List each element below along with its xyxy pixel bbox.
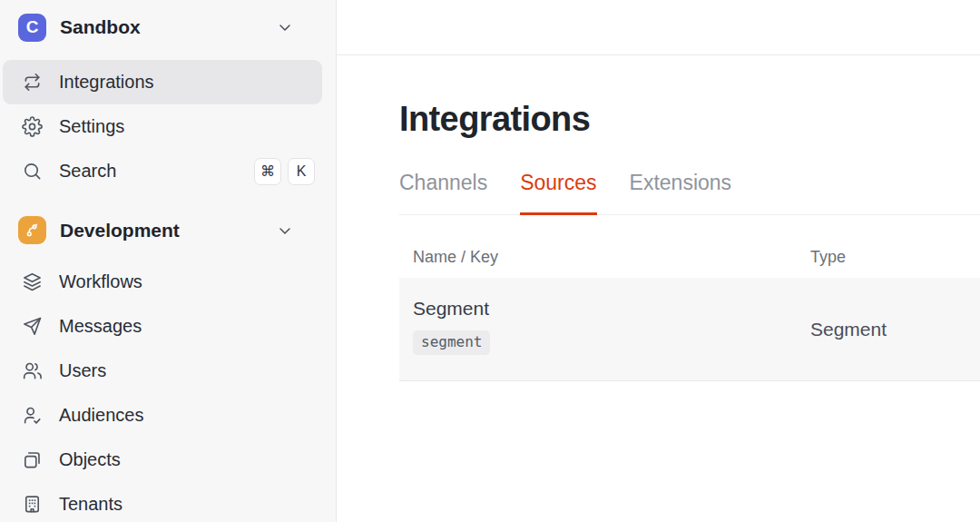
sidebar-item-search[interactable]: Search ⌘ K [3, 149, 322, 193]
branch-icon [18, 216, 46, 244]
workspace-logo: C [18, 14, 46, 42]
page-title: Integrations [399, 101, 980, 137]
integrations-page: Integrations Channels Sources Extensions… [337, 55, 980, 381]
workspace-switcher[interactable]: C Sandbox [0, 0, 336, 54]
top-bar [337, 0, 980, 55]
column-header-name-key: Name / Key [399, 248, 797, 267]
swap-arrows-icon [22, 72, 43, 93]
table-header: Name / Key Type [399, 248, 980, 267]
chevron-down-icon [276, 222, 294, 240]
sidebar-item-users[interactable]: Users [3, 349, 322, 393]
sidebar-item-objects[interactable]: Objects [3, 438, 322, 482]
source-key-badge: segment [413, 330, 490, 355]
sidebar-item-integrations[interactable]: Integrations [3, 60, 322, 104]
copy-pages-icon [22, 449, 43, 470]
sidebar-item-label: Objects [59, 449, 121, 470]
section-name: Development [60, 220, 262, 241]
sidebar-item-label: Settings [59, 116, 124, 137]
sidebar-item-tenants[interactable]: Tenants [3, 482, 322, 522]
sidebar-item-audiences[interactable]: Audiences [3, 393, 322, 438]
sidebar-item-settings[interactable]: Settings [3, 104, 322, 149]
chevron-down-icon [276, 18, 294, 36]
sidebar-item-label: Search [59, 161, 116, 182]
building-icon [22, 494, 43, 515]
sidebar-item-label: Audiences [59, 405, 143, 426]
column-header-type: Type [797, 248, 846, 267]
sidebar-item-workflows[interactable]: Workflows [3, 260, 322, 304]
tab-sources[interactable]: Sources [520, 171, 596, 214]
sidebar: C Sandbox Integrations Settings [0, 0, 337, 522]
cell-type: Segment [797, 278, 887, 380]
user-check-icon [22, 405, 43, 426]
source-name: Segment [413, 298, 797, 320]
sidebar-item-label: Messages [59, 316, 142, 337]
workspace-logo-letter: C [26, 17, 39, 37]
sources-table: Name / Key Type Segment segment Segment [399, 248, 980, 381]
workspace-name: Sandbox [60, 16, 262, 38]
search-shortcut: ⌘ K [254, 158, 315, 185]
main-content: Integrations Channels Sources Extensions… [337, 0, 980, 522]
tab-extensions[interactable]: Extensions [630, 171, 732, 214]
tab-channels[interactable]: Channels [399, 171, 487, 214]
users-icon [22, 360, 43, 381]
kbd-k: K [288, 158, 315, 185]
sidebar-item-label: Integrations [59, 72, 154, 93]
paper-plane-icon [22, 316, 43, 337]
sidebar-item-label: Workflows [59, 271, 142, 292]
sidebar-section-development[interactable]: Development [0, 208, 336, 252]
tab-bar: Channels Sources Extensions [399, 171, 980, 215]
sidebar-item-label: Users [59, 360, 106, 381]
kbd-meta: ⌘ [254, 158, 281, 185]
layers-icon [22, 271, 43, 292]
cell-name-key: Segment segment [399, 278, 797, 380]
table-row[interactable]: Segment segment Segment [399, 278, 980, 381]
sidebar-nav: Integrations Settings Search ⌘ K [0, 60, 336, 522]
sidebar-item-messages[interactable]: Messages [3, 304, 322, 349]
sidebar-item-label: Tenants [59, 494, 122, 515]
gear-icon [22, 116, 43, 137]
search-icon [22, 161, 43, 182]
